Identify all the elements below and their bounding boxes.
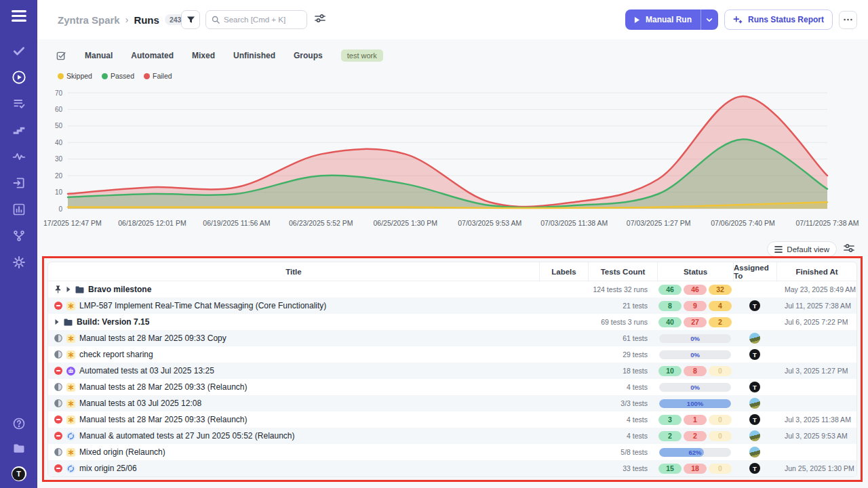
hamburger-menu-icon[interactable] <box>12 10 26 24</box>
run-title[interactable]: Mixed origin (Relaunch) <box>79 447 165 457</box>
breadcrumb-project[interactable]: Zyntra Spark <box>58 14 120 26</box>
table-row[interactable]: Automated tests at 03 Jul 2025 13:2518 t… <box>48 363 856 379</box>
run-status-in_progress-icon <box>54 383 62 391</box>
assignee-avatar[interactable]: T <box>749 463 760 474</box>
x-tick-label: 17/2025 12:47 PM <box>43 219 102 227</box>
chevron-down-icon <box>706 18 713 22</box>
y-tick-label: 10 <box>55 188 63 196</box>
search-icon <box>212 16 220 24</box>
table-header-row: TitleLabelsTests CountStatusAssigned ToF… <box>48 262 856 281</box>
run-title[interactable]: Automated tests at 03 Jul 2025 13:25 <box>79 366 214 375</box>
more-actions-button[interactable] <box>839 11 857 29</box>
view-settings-icon[interactable] <box>844 243 854 256</box>
sidebar-item-stairs-icon[interactable] <box>12 123 26 138</box>
x-tick-label: 07/06/2025 7:40 PM <box>711 219 775 227</box>
cell-status: 220 <box>657 431 733 441</box>
tab-automated[interactable]: Automated <box>131 51 174 60</box>
runs-status-report-button[interactable]: Runs Status Report <box>724 9 833 30</box>
legend-item-skipped[interactable]: Skipped <box>58 72 92 80</box>
run-title[interactable]: Manual tests at 03 Jul 2025 12:08 <box>79 399 201 408</box>
table-row[interactable]: Build: Version 7.1569 tests 3 runs40272J… <box>48 314 856 330</box>
table-row[interactable]: mix origin 25/0633 tests15180TJun 25, 20… <box>48 460 856 476</box>
table-row[interactable]: Mixed origin (Relaunch)5/8 tests62% <box>48 444 856 460</box>
topbar: Zyntra Spark › Runs 243 <box>37 0 868 39</box>
bulk-select-icon[interactable] <box>56 51 66 61</box>
assignee-avatar[interactable]: T <box>749 382 760 392</box>
table-row[interactable]: Manual tests at 28 Mar 2025 09:33 (Relau… <box>48 379 856 395</box>
sidebar-item-list-check-icon[interactable] <box>12 96 26 111</box>
table-row[interactable]: check report sharing29 tests0%T <box>48 346 856 363</box>
table-row[interactable]: Manual & automated tests at 27 Jun 2025 … <box>48 428 856 444</box>
sidebar-item-folder-icon[interactable] <box>12 441 26 456</box>
legend-item-passed[interactable]: Passed <box>102 72 134 80</box>
default-view-button[interactable]: Default view <box>767 241 837 257</box>
run-origin-automated-icon <box>66 367 75 375</box>
run-title[interactable]: Manual tests at 28 Mar 2025 09:33 (Relau… <box>79 382 247 392</box>
run-title[interactable]: Manual tests at 28 Mar 2025 09:33 (Relau… <box>79 415 247 424</box>
assignee-avatar[interactable] <box>749 333 760 344</box>
table-row[interactable]: Manual tests at 03 Jul 2025 12:083/3 tes… <box>48 395 856 411</box>
sparkles-icon <box>733 15 743 24</box>
run-title[interactable]: LMP-587 Implement Real-Time Chat Messagi… <box>79 301 326 310</box>
tab-mixed[interactable]: Mixed <box>192 51 215 60</box>
table-row[interactable]: Manual tests at 28 Mar 2025 09:33 Copy61… <box>48 330 856 346</box>
assignee-avatar[interactable] <box>749 430 760 441</box>
filter-button[interactable] <box>181 10 200 29</box>
cell-finished-at: Jul 6, 2025 7:22 PM <box>776 318 856 326</box>
assignee-avatar[interactable]: T <box>749 414 760 425</box>
y-tick-label: 60 <box>55 106 63 113</box>
expand-chevron-icon[interactable] <box>66 286 71 293</box>
column-header-assigned-to[interactable]: Assigned To <box>733 262 776 281</box>
legend-dot <box>58 73 64 79</box>
column-header-labels[interactable]: Labels <box>539 262 588 281</box>
cell-assigned-to <box>733 333 776 344</box>
cell-finished-at: Jul 3, 2025 1:27 PM <box>776 367 856 375</box>
tab-unfinished[interactable]: Unfinished <box>233 51 275 60</box>
column-header-title[interactable]: Title <box>48 262 539 281</box>
table-row[interactable]: Bravo milestone124 tests 32 runs464632Ma… <box>48 281 856 298</box>
search-input[interactable] <box>224 16 301 24</box>
tab-groups[interactable]: Groups <box>294 51 323 60</box>
sidebar-item-gear-icon[interactable] <box>12 255 26 270</box>
run-status-stopped-icon <box>54 464 62 472</box>
column-header-status[interactable]: Status <box>657 262 733 281</box>
assignee-avatar[interactable]: T <box>749 349 760 360</box>
run-title[interactable]: Manual & automated tests at 27 Jun 2025 … <box>79 431 295 441</box>
progress-label: 62% <box>659 448 731 457</box>
table-row[interactable]: LMP-587 Implement Real-Time Chat Messagi… <box>48 298 856 314</box>
legend-label: Passed <box>111 72 134 80</box>
assignee-avatar[interactable] <box>749 447 760 458</box>
sidebar-item-pulse-icon[interactable] <box>12 149 26 164</box>
run-title[interactable]: Manual tests at 28 Mar 2025 09:33 Copy <box>79 333 226 343</box>
active-filter-chip[interactable]: test work <box>341 49 383 62</box>
cell-title: Manual tests at 03 Jul 2025 12:08 <box>48 399 539 408</box>
expand-chevron-icon[interactable] <box>54 319 60 325</box>
cell-assigned-to <box>733 398 776 409</box>
manual-run-dropdown[interactable] <box>701 9 718 30</box>
user-avatar[interactable]: T <box>12 466 26 481</box>
run-title[interactable]: Build: Version 7.15 <box>77 317 149 327</box>
search-settings-icon[interactable] <box>315 14 326 26</box>
sidebar-item-play-circle-icon[interactable] <box>12 70 26 85</box>
run-title[interactable]: Bravo milestone <box>88 285 151 294</box>
table-row[interactable]: Manual tests at 28 Mar 2025 09:33 (Relau… <box>48 411 856 428</box>
legend-item-failed[interactable]: Failed <box>144 72 172 80</box>
run-origin-manual-icon <box>66 302 75 310</box>
sidebar-item-bar-chart-icon[interactable] <box>12 202 26 217</box>
column-header-tests-count[interactable]: Tests Count <box>588 262 657 281</box>
cell-finished-at: Jul 3, 2025 9:53 AM <box>776 432 856 440</box>
status-pill-passed: 8 <box>658 301 682 311</box>
cell-tests-count: 4 tests <box>588 432 657 440</box>
assignee-avatar[interactable]: T <box>749 300 760 311</box>
sidebar-item-help-circle-icon[interactable] <box>12 416 26 431</box>
sidebar-item-checkmark-icon[interactable] <box>12 43 26 58</box>
cell-title: Build: Version 7.15 <box>48 317 539 327</box>
assignee-avatar[interactable] <box>749 398 760 409</box>
column-header-finished-at[interactable]: Finished At <box>776 262 856 281</box>
manual-run-button[interactable]: Manual Run <box>625 9 718 30</box>
run-title[interactable]: check report sharing <box>79 350 153 359</box>
sidebar-item-branch-icon[interactable] <box>12 228 26 243</box>
run-title[interactable]: mix origin 25/06 <box>79 464 137 473</box>
sidebar-item-arrow-into-box-icon[interactable] <box>12 176 26 190</box>
tab-manual[interactable]: Manual <box>85 51 113 60</box>
